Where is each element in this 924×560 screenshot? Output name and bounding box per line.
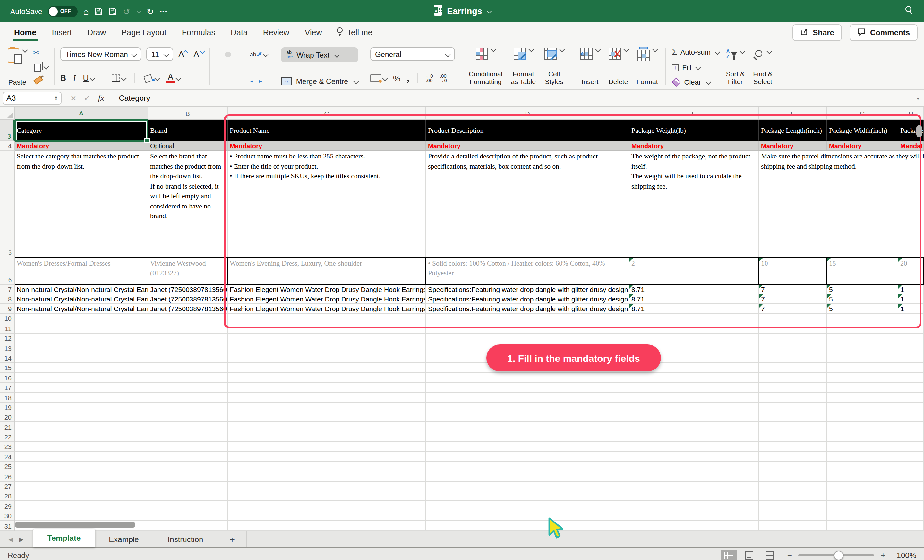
grid-cell[interactable]: [827, 442, 898, 452]
cell-a4[interactable]: Mandatory: [15, 141, 148, 151]
grid-cell[interactable]: [15, 353, 148, 363]
cell-c4[interactable]: Mandatory: [228, 141, 426, 151]
formula-bar-expand-icon[interactable]: ▼: [916, 96, 920, 100]
name-box-stepper[interactable]: ▲▼: [54, 95, 58, 101]
grid-cell[interactable]: [630, 501, 759, 511]
grid-cell[interactable]: [426, 511, 630, 521]
row-header-16[interactable]: 16: [0, 373, 15, 383]
decrease-decimal-button[interactable]: .00 →0: [440, 74, 447, 83]
column-header-g[interactable]: G: [827, 107, 898, 120]
grid-cell[interactable]: [15, 432, 148, 442]
grid-cell[interactable]: [228, 373, 426, 383]
grid-cell[interactable]: [898, 481, 924, 491]
share-button[interactable]: Share: [792, 24, 842, 41]
row-header-9[interactable]: 9: [0, 304, 15, 314]
grid-cell[interactable]: [148, 323, 228, 334]
font-color-button[interactable]: A: [166, 73, 180, 83]
delete-cells-button[interactable]: Delete: [606, 46, 630, 87]
percent-style-button[interactable]: %: [393, 73, 400, 83]
grid-cell[interactable]: [898, 412, 924, 422]
cell-h9[interactable]: 1: [898, 304, 924, 314]
grid-cell[interactable]: [759, 472, 827, 482]
cell-c3[interactable]: Product Name: [228, 120, 426, 141]
grid-cell[interactable]: [898, 353, 924, 363]
grid-cell[interactable]: [15, 363, 148, 373]
grid-cell[interactable]: [426, 334, 630, 343]
grid-cell[interactable]: [228, 323, 426, 334]
grid-cell[interactable]: [15, 481, 148, 491]
grid-cell[interactable]: [148, 481, 228, 491]
grid-cell[interactable]: [898, 501, 924, 511]
cell-b8[interactable]: Janet (7250038978135607: [148, 295, 228, 304]
grid-cell[interactable]: [630, 403, 759, 412]
tab-view[interactable]: View: [297, 22, 330, 43]
grid-cell[interactable]: [15, 442, 148, 452]
grid-cell[interactable]: [898, 334, 924, 343]
borders-button[interactable]: [112, 75, 126, 82]
grid-cell[interactable]: [228, 334, 426, 343]
grid-cell[interactable]: [898, 472, 924, 482]
page-layout-view-button[interactable]: [741, 550, 758, 560]
cell-e4[interactable]: Mandatory: [630, 141, 759, 151]
tab-insert[interactable]: Insert: [44, 22, 80, 43]
horizontal-scrollbar[interactable]: [15, 521, 135, 528]
align-right-button[interactable]: [234, 76, 240, 81]
grid-cell[interactable]: [898, 373, 924, 383]
grid-cell[interactable]: [426, 481, 630, 491]
row-header-11[interactable]: 11: [0, 323, 15, 334]
row-header-13[interactable]: 13: [0, 343, 15, 353]
tab-page-layout[interactable]: Page Layout: [114, 22, 174, 43]
row-header-3[interactable]: 3: [0, 120, 15, 141]
grid-cell[interactable]: [759, 353, 827, 363]
grid-cell[interactable]: [630, 432, 759, 442]
row-header-30[interactable]: 30: [0, 511, 15, 521]
grid-cell[interactable]: [827, 481, 898, 491]
grid-cell[interactable]: [827, 373, 898, 383]
grid-cell[interactable]: [827, 501, 898, 511]
grid-cell[interactable]: [148, 521, 228, 531]
cell-c7[interactable]: Fashion Elegent Women Water Drop Drusy D…: [228, 285, 426, 295]
grid-cell[interactable]: [827, 392, 898, 403]
search-icon[interactable]: [904, 5, 914, 17]
tab-home[interactable]: Home: [6, 22, 44, 43]
column-header-b[interactable]: B: [148, 107, 228, 120]
row-header-15[interactable]: 15: [0, 363, 15, 373]
add-sheet-button[interactable]: +: [218, 531, 247, 547]
grid-cell[interactable]: [827, 363, 898, 373]
decrease-font-button[interactable]: A: [194, 50, 203, 59]
cell-d7[interactable]: Specifications:Featuring water drop dang…: [426, 285, 630, 295]
zoom-slider[interactable]: [798, 554, 874, 556]
grid-cell[interactable]: [630, 392, 759, 403]
find-select-button[interactable]: Find & Select: [751, 46, 774, 87]
fill-button[interactable]: ↓Fill: [672, 63, 720, 71]
bold-button[interactable]: B: [60, 74, 66, 83]
accounting-format-button[interactable]: [370, 75, 387, 82]
grid-cell[interactable]: [898, 323, 924, 334]
cell-d3[interactable]: Product Description: [426, 120, 630, 141]
grid-cell[interactable]: [759, 511, 827, 521]
cell-f3[interactable]: Package Length(inch): [759, 120, 827, 141]
grid-cell[interactable]: [148, 373, 228, 383]
grid-cell[interactable]: [148, 462, 228, 472]
grid-cell[interactable]: [630, 373, 759, 383]
grid-cell[interactable]: [228, 521, 426, 531]
cell-g7[interactable]: 5: [827, 285, 898, 295]
clear-button[interactable]: Clear: [672, 78, 720, 86]
cell-h6[interactable]: 20: [898, 257, 924, 285]
grid-cell[interactable]: [426, 422, 630, 432]
grid-cell[interactable]: [898, 511, 924, 521]
row-header-17[interactable]: 17: [0, 383, 15, 392]
column-header-a[interactable]: A: [15, 107, 148, 120]
grid-cell[interactable]: [148, 392, 228, 403]
grid-cell[interactable]: [759, 314, 827, 323]
grid-cell[interactable]: [228, 472, 426, 482]
paste-button[interactable]: Paste: [8, 47, 27, 86]
column-header-h[interactable]: H: [898, 107, 924, 120]
grid-cell[interactable]: [15, 383, 148, 392]
row-header-27[interactable]: 27: [0, 481, 15, 491]
grid-cell[interactable]: [898, 521, 924, 531]
grid-cell[interactable]: [15, 314, 148, 323]
grid-cell[interactable]: [827, 314, 898, 323]
grid-cell[interactable]: [148, 422, 228, 432]
grid-cell[interactable]: [759, 452, 827, 462]
